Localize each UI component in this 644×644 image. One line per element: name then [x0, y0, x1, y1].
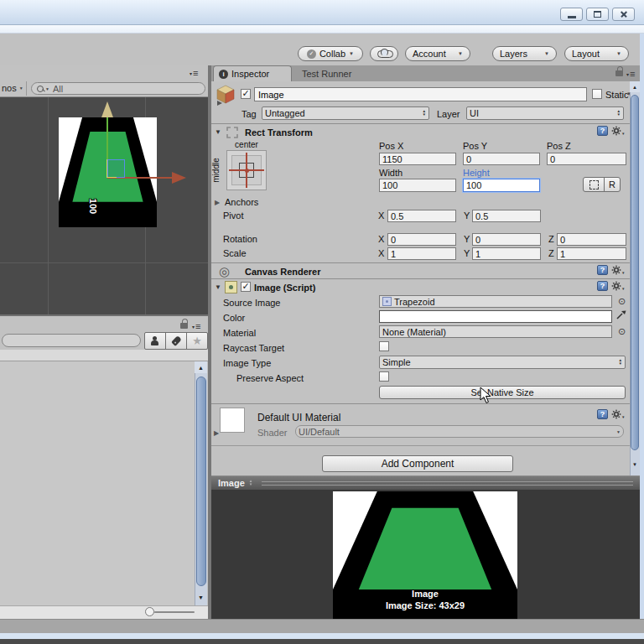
- close-button[interactable]: [612, 8, 635, 21]
- scene-viewport[interactable]: 100: [0, 97, 208, 314]
- width-field[interactable]: 100: [379, 179, 456, 192]
- gizmo-x-axis-arrowhead-icon[interactable]: [172, 172, 186, 184]
- inspector-menu-icon[interactable]: [626, 69, 635, 79]
- window-title-bar[interactable]: [0, 0, 644, 25]
- gizmo-pivot-line: [106, 159, 107, 178]
- rotation-y-field[interactable]: 0: [472, 233, 541, 246]
- layout-button[interactable]: Layout ▼: [564, 46, 629, 61]
- account-button[interactable]: Account ▼: [405, 46, 470, 61]
- height-label: Height: [463, 168, 490, 178]
- project-panel-menu-icon[interactable]: [192, 321, 200, 331]
- gear-icon[interactable]: [611, 126, 625, 136]
- axis-x-label: X: [378, 210, 384, 221]
- tab-inspector[interactable]: Inspector: [213, 65, 292, 81]
- favorites-button[interactable]: [186, 332, 208, 350]
- rotation-z-field[interactable]: 0: [557, 233, 626, 246]
- gear-icon[interactable]: [611, 265, 625, 275]
- static-checkbox[interactable]: [592, 89, 602, 99]
- source-image-label: Source Image: [223, 298, 280, 308]
- pos-y-field[interactable]: 0: [463, 153, 540, 165]
- shader-dropdown[interactable]: UI/Default▼: [295, 425, 624, 438]
- project-search-input[interactable]: [2, 334, 141, 347]
- rotation-label: Rotation: [223, 234, 257, 244]
- status-bar: [0, 619, 644, 633]
- image-type-dropdown[interactable]: Simple: [379, 356, 626, 369]
- layers-button[interactable]: Layers ▼: [492, 46, 557, 61]
- object-picker-icon[interactable]: [618, 297, 626, 306]
- filter-by-type-button[interactable]: [144, 332, 166, 350]
- project-scroll-up-button[interactable]: ▲: [195, 361, 207, 373]
- inspector-scroll-up-button[interactable]: ▲: [630, 81, 640, 92]
- material-field[interactable]: None (Material): [379, 325, 612, 338]
- gameobject-active-checkbox[interactable]: [241, 89, 251, 99]
- color-label: Color: [223, 313, 245, 323]
- rect-transform-icon: [226, 126, 239, 139]
- inspector-scroll-down-button[interactable]: ▼: [630, 459, 640, 470]
- image-component-foldout[interactable]: [215, 283, 221, 291]
- project-scrollbar-thumb[interactable]: [196, 377, 206, 586]
- scale-x-field[interactable]: 1: [387, 247, 456, 260]
- shader-caret-icon: ▼: [616, 429, 621, 434]
- tab-test-runner[interactable]: Test Runner: [302, 69, 351, 79]
- rect-transform-foldout[interactable]: [215, 128, 221, 136]
- inspector-scrollbar-thumb[interactable]: [631, 95, 639, 450]
- help-icon[interactable]: [597, 126, 608, 136]
- minimize-button[interactable]: [560, 8, 583, 21]
- width-label: Width: [379, 168, 402, 178]
- gizmo-y-axis-arrowhead-icon[interactable]: [101, 101, 113, 117]
- pivot-y-field[interactable]: 0.5: [472, 210, 541, 222]
- source-image-field[interactable]: Trapezoid: [379, 295, 612, 308]
- object-picker-icon[interactable]: [618, 327, 626, 336]
- gear-icon[interactable]: [611, 281, 625, 291]
- gizmos-button[interactable]: nos ▼: [2, 83, 23, 93]
- filter-by-label-button[interactable]: [165, 332, 187, 350]
- inspector-lock-icon[interactable]: [615, 70, 623, 76]
- blueprint-mode-button[interactable]: [583, 177, 605, 192]
- gizmo-rect-handle[interactable]: [107, 159, 125, 178]
- taskbar-edge: [0, 639, 644, 644]
- anchor-preset-button[interactable]: [226, 150, 267, 190]
- help-icon[interactable]: [597, 265, 608, 275]
- gameobject-name-field[interactable]: [254, 87, 587, 101]
- layer-dropdown[interactable]: UI: [466, 106, 624, 120]
- project-scroll-down-button[interactable]: ▼: [195, 591, 207, 603]
- anchors-foldout[interactable]: [215, 199, 220, 206]
- image-component-checkbox[interactable]: [241, 282, 251, 292]
- add-component-button[interactable]: Add Component: [322, 455, 513, 472]
- help-icon[interactable]: [597, 409, 608, 419]
- pos-x-field[interactable]: 1150: [379, 153, 456, 165]
- restore-button[interactable]: [586, 8, 609, 21]
- eyedropper-icon[interactable]: [616, 309, 627, 319]
- collab-button[interactable]: ✓ Collab ▼: [298, 46, 363, 61]
- scene-panel-menu-icon[interactable]: [190, 68, 198, 78]
- project-zoom-slider-knob[interactable]: [145, 607, 154, 616]
- project-content-area[interactable]: [0, 361, 195, 605]
- help-icon[interactable]: [597, 281, 608, 291]
- scene-search-field[interactable]: ▼ All: [31, 82, 205, 95]
- preserve-aspect-checkbox[interactable]: [379, 371, 389, 382]
- gear-icon[interactable]: [611, 409, 625, 419]
- raw-edit-button[interactable]: R: [604, 177, 621, 192]
- tag-dropdown[interactable]: Untagged: [262, 106, 429, 120]
- pos-z-field[interactable]: 0: [547, 153, 626, 165]
- preview-caption-size: Image Size: 43x29: [333, 600, 517, 610]
- layout-caret-icon: ▼: [616, 51, 621, 56]
- color-swatch[interactable]: [379, 310, 612, 323]
- rotation-x-field[interactable]: 0: [387, 233, 456, 246]
- height-field[interactable]: 100: [463, 179, 540, 192]
- project-zoom-slider-track[interactable]: [154, 611, 195, 613]
- preview-drag-handle[interactable]: [262, 481, 633, 486]
- lock-icon[interactable]: [180, 323, 188, 329]
- cloud-button[interactable]: [370, 46, 398, 61]
- pivot-x-field[interactable]: 0.5: [387, 210, 456, 222]
- material-foldout[interactable]: [214, 429, 219, 437]
- image-component-title: Image (Script): [254, 283, 315, 293]
- raycast-target-checkbox[interactable]: [379, 341, 389, 351]
- scale-label: Scale: [223, 248, 247, 258]
- window-border-bottom: [0, 633, 644, 639]
- scale-z-field[interactable]: 1: [557, 247, 626, 260]
- pos-x-label: Pos X: [379, 141, 403, 151]
- set-native-size-button[interactable]: Set Native Size: [379, 386, 626, 399]
- preview-header[interactable]: Image: [211, 475, 640, 490]
- scale-y-field[interactable]: 1: [472, 247, 541, 260]
